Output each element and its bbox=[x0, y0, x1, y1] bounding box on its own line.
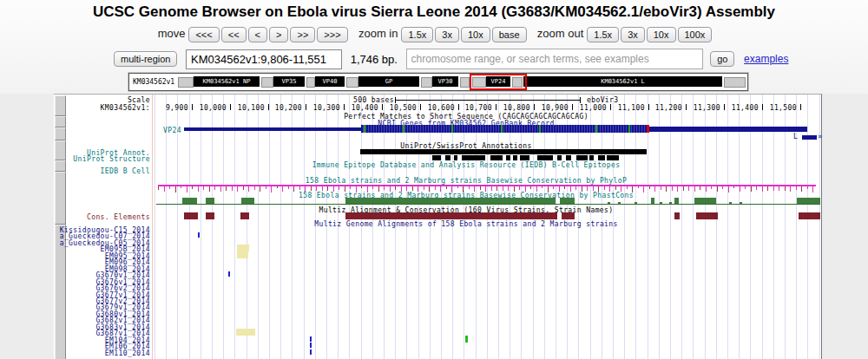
ideogram-gene-VP35[interactable]: VP35 bbox=[273, 76, 305, 87]
phylop-spike bbox=[187, 186, 187, 193]
zoom-out-button-10x[interactable]: 10x bbox=[647, 27, 676, 42]
ideogram-intergenic-segment[interactable] bbox=[421, 77, 432, 88]
zoom-in-button-1.5x[interactable]: 1.5x bbox=[401, 27, 433, 42]
track-control-button-2[interactable] bbox=[55, 127, 66, 140]
phylop-spike bbox=[339, 186, 339, 190]
vp24-tail-bar[interactable] bbox=[649, 127, 807, 132]
uniprot-structure-segment[interactable] bbox=[576, 155, 588, 160]
ideogram-intergenic-segment[interactable] bbox=[460, 77, 470, 88]
phylop-spike bbox=[615, 186, 616, 190]
move-button-[interactable]: < bbox=[248, 27, 267, 42]
phylop-spike bbox=[480, 186, 481, 190]
phastcons-block bbox=[694, 198, 716, 204]
position-input[interactable] bbox=[186, 49, 342, 69]
conserved-element-block[interactable] bbox=[345, 212, 557, 219]
ideogram-gene-KM034562v1-NP[interactable]: KM034562v1 NP bbox=[194, 76, 260, 87]
uniprot-structure-segment[interactable] bbox=[566, 155, 571, 160]
conserved-element-block[interactable] bbox=[674, 212, 680, 219]
zoom-in-button-10x[interactable]: 10x bbox=[461, 27, 490, 42]
zoom-in-label: zoom in bbox=[358, 27, 398, 40]
uniprot-structure-segment[interactable] bbox=[462, 155, 485, 160]
vp24-cds-green-mark bbox=[539, 125, 541, 133]
search-input[interactable] bbox=[406, 49, 703, 69]
navigation-toolbar: move<<<<<<>>>>>> zoom in1.5x3x10xbase zo… bbox=[0, 27, 868, 42]
uniprot-structure-segment[interactable] bbox=[537, 155, 553, 160]
examples-link[interactable]: examples bbox=[744, 53, 788, 65]
phylop-spike bbox=[164, 186, 165, 192]
phylop-spike bbox=[666, 186, 667, 192]
coord-tick-mark bbox=[458, 104, 459, 110]
phylop-spike bbox=[260, 186, 260, 192]
multi-region-button[interactable]: multi-region bbox=[114, 51, 177, 67]
phylop-spike bbox=[192, 186, 193, 189]
phastcons-block bbox=[345, 198, 556, 204]
conserved-element-block[interactable] bbox=[206, 212, 214, 219]
alignment-insert-block bbox=[236, 329, 255, 336]
l-gene-bar[interactable] bbox=[802, 135, 817, 140]
go-button[interactable]: go bbox=[710, 51, 734, 67]
phastcons-bump bbox=[740, 202, 742, 204]
phylop-spike bbox=[440, 186, 441, 192]
uniprot-structure-segment[interactable] bbox=[454, 155, 457, 160]
uniprot-structure-segment[interactable] bbox=[607, 155, 619, 160]
ideogram-gene-VP40[interactable]: VP40 bbox=[315, 76, 345, 87]
phylop-spike bbox=[271, 186, 272, 193]
coord-tick-mark bbox=[572, 104, 573, 110]
chromosome-ideogram[interactable]: KM034562v1 KM034562v1 NPVP35VP40GPVP30VP… bbox=[128, 73, 748, 91]
phylop-spike bbox=[451, 186, 452, 193]
zoom-out-button-3x[interactable]: 3x bbox=[621, 27, 645, 42]
phylop-spike bbox=[643, 186, 644, 193]
uniprot-structure-segment[interactable] bbox=[490, 155, 503, 160]
zoom-out-button-100x[interactable]: 100x bbox=[678, 27, 713, 42]
phylop-spike bbox=[288, 186, 289, 189]
conserved-element-block[interactable] bbox=[184, 212, 198, 219]
phylop-spike bbox=[406, 186, 407, 191]
ideogram-intergenic-segment[interactable] bbox=[306, 77, 315, 88]
ideogram-gene-GP[interactable]: GP bbox=[358, 76, 419, 87]
uniprot-structure-segment[interactable] bbox=[513, 155, 517, 160]
uniprot-annotation-bar[interactable] bbox=[360, 149, 647, 154]
zoom-in-button-base[interactable]: base bbox=[492, 27, 527, 42]
coord-tick-label: 11,000 bbox=[575, 104, 607, 112]
coord-tick-label: 11,400 bbox=[727, 104, 759, 112]
phastcons-baseline[interactable] bbox=[156, 204, 820, 205]
phylop-spike bbox=[632, 186, 633, 193]
coord-tick-mark bbox=[648, 104, 649, 110]
coord-tick-label: 10,900 bbox=[537, 104, 569, 112]
ideogram-intergenic-segment[interactable] bbox=[178, 77, 194, 88]
alignment-insert-block bbox=[237, 251, 248, 258]
vp24-utr-bar[interactable] bbox=[184, 127, 361, 131]
ideogram-intergenic-segment[interactable] bbox=[724, 77, 746, 88]
move-button-[interactable]: >>> bbox=[317, 27, 347, 42]
phylop-spike bbox=[790, 186, 791, 192]
uniprot-structure-segment[interactable] bbox=[445, 155, 450, 160]
phylop-spike bbox=[293, 186, 294, 192]
uniprot-structure-segment[interactable] bbox=[520, 155, 529, 160]
ideogram-intergenic-segment[interactable] bbox=[261, 77, 273, 88]
track-control-button-1[interactable] bbox=[55, 116, 66, 127]
uniprot-structure-segment[interactable] bbox=[506, 155, 510, 160]
phylop-spike bbox=[756, 186, 757, 190]
alignment-blue-tick bbox=[310, 343, 312, 348]
conserved-element-block[interactable] bbox=[799, 212, 820, 219]
zoom-out-button-1.5x[interactable]: 1.5x bbox=[587, 27, 619, 42]
tracks-image[interactable]: Scale500 baseseboVir39,90010,00010,10010… bbox=[54, 94, 822, 359]
ideogram-gene-KM034562v1-L[interactable]: KM034562v1 L bbox=[523, 76, 722, 87]
uniprot-structure-segment[interactable] bbox=[432, 155, 441, 160]
phastcons-bump bbox=[618, 202, 621, 204]
move-button-[interactable]: >> bbox=[290, 27, 315, 42]
conserved-element-block[interactable] bbox=[240, 212, 249, 219]
conserved-element-block[interactable] bbox=[696, 212, 718, 219]
uniprot-structure-segment[interactable] bbox=[598, 155, 605, 160]
conserved-element-block[interactable] bbox=[562, 212, 575, 219]
ideogram-gene-VP30[interactable]: VP30 bbox=[432, 76, 458, 87]
uniprot-structure-segment[interactable] bbox=[589, 155, 594, 160]
ideogram-intergenic-segment[interactable] bbox=[346, 77, 358, 88]
move-button-[interactable]: <<< bbox=[188, 27, 219, 42]
uniprot-structure-segment[interactable] bbox=[557, 155, 562, 160]
phylop-spike bbox=[232, 186, 233, 191]
zoom-in-button-3x[interactable]: 3x bbox=[435, 27, 459, 42]
move-button-[interactable]: << bbox=[221, 27, 247, 42]
move-button-[interactable]: > bbox=[269, 27, 288, 42]
phylop-spike bbox=[677, 186, 678, 192]
